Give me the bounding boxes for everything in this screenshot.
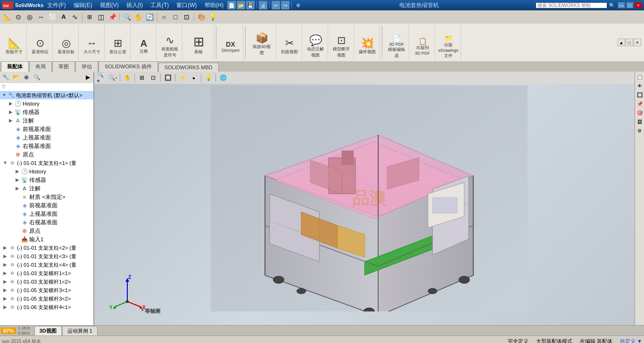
- cmd-size-btn[interactable]: ↔ 大小尺寸: [82, 34, 102, 59]
- root-expander[interactable]: ▼: [1, 91, 8, 99]
- redo-icon[interactable]: ↪: [281, 1, 289, 9]
- cmd-section-btn[interactable]: ✂ 剖面视图: [279, 34, 300, 59]
- tb-zoom[interactable]: 🔍: [122, 12, 132, 22]
- cmd-surface-btn[interactable]: ∿ 表面粗糙度符号: [159, 34, 180, 59]
- viewport[interactable]: 🔍+ 🔍- ✋ ⊞ ⊡ 🔲 ⚡ ● 💡 🌐: [94, 72, 644, 325]
- tab-evaluate[interactable]: 评估: [75, 61, 98, 72]
- tree-item-annot[interactable]: ▶ A 注解: [0, 116, 93, 125]
- open-icon[interactable]: 📂: [237, 1, 245, 9]
- rsb-btn2[interactable]: 👁: [636, 82, 644, 90]
- tb-light[interactable]: 💡: [207, 12, 218, 22]
- cmd-datum-btn[interactable]: ⊙ 基准特征: [30, 34, 50, 59]
- sub-history-expander[interactable]: ▶: [14, 168, 21, 175]
- search-input[interactable]: [536, 3, 607, 8]
- tree-item-sub-input1[interactable]: ▶ 📥 输入1: [0, 235, 93, 244]
- menu-edit[interactable]: 编辑(E): [74, 1, 92, 9]
- options-icon[interactable]: ⚙: [294, 1, 302, 9]
- tree-item-part5[interactable]: ▶ ⊖ (-) 01-03 支架横杆1<1>: [0, 269, 93, 278]
- new-icon[interactable]: 📄: [227, 1, 236, 9]
- expand-toolbar-btn[interactable]: □: [626, 39, 633, 46]
- cmd-explode-btn[interactable]: 💥 爆炸视图: [357, 34, 378, 59]
- part7-expander[interactable]: ▶: [2, 286, 8, 294]
- rsb-btn3[interactable]: 🔲: [636, 90, 644, 99]
- panel-tb-btn3[interactable]: ⊕: [22, 73, 31, 82]
- tb-snap[interactable]: ⊡: [182, 12, 192, 22]
- tb-circle[interactable]: ○: [159, 12, 169, 22]
- part1-expander[interactable]: ▼: [2, 159, 8, 167]
- menu-view[interactable]: 视图(V): [100, 1, 119, 9]
- cmd-note-btn[interactable]: A 注释: [133, 34, 154, 59]
- tree-item-topplane[interactable]: ▶ ◈ 上视基准面: [0, 133, 93, 142]
- part2-expander[interactable]: ▶: [2, 244, 8, 252]
- tree-item-origin[interactable]: ▶ ⊕ 原点: [0, 150, 93, 159]
- tb-color[interactable]: 🎨: [196, 12, 206, 22]
- panel-tb-btn4[interactable]: 🔍: [32, 73, 41, 82]
- cmd-edrawings-btn[interactable]: 📁 出版eDrawings文件: [438, 34, 459, 59]
- history-expander[interactable]: ▶: [8, 100, 14, 107]
- sub-sensor-expander[interactable]: ▶: [14, 176, 21, 184]
- cmd-tolerance-btn[interactable]: ⊞ 形位公差: [107, 34, 128, 59]
- rsb-btn1[interactable]: 📋: [636, 73, 644, 81]
- search-icon[interactable]: 🔍: [608, 3, 616, 8]
- tab-sw-plugins[interactable]: SOLIDWORKS 插件: [99, 61, 158, 72]
- close-toolbar-btn[interactable]: ×: [634, 39, 641, 46]
- tree-item-sub-annot[interactable]: ▶ A 注解: [0, 184, 93, 193]
- tree-item-rightplane[interactable]: ▶ ◈ 右视基准面: [0, 142, 93, 150]
- tab-layout[interactable]: 布局: [29, 61, 52, 72]
- tree-item-part4[interactable]: ▶ ⊖ (-) 01-01 支架支柱<4> (量: [0, 261, 93, 269]
- sub-annot-expander[interactable]: ▶: [14, 185, 21, 192]
- print-icon[interactable]: 🖨: [259, 1, 267, 9]
- tree-item-sensor[interactable]: ▶ 📡 传感器: [0, 108, 93, 116]
- rsb-btn5[interactable]: 🎯: [636, 108, 644, 117]
- tb-sel3[interactable]: 📌: [107, 12, 117, 22]
- undo-icon[interactable]: ↩: [272, 1, 280, 9]
- tree-item-part7[interactable]: ▶ ⊖ (-) 01-05 支架横杆3<1>: [0, 286, 93, 294]
- cmd-smartdim-btn[interactable]: 📐 智能尺寸: [4, 34, 25, 59]
- tree-item-root[interactable]: ▼ 🔧 电池套热缩管机 (默认<默认>: [0, 91, 93, 99]
- collapse-toolbar-btn[interactable]: ▲: [618, 39, 625, 46]
- tab-assembly[interactable]: 装配体: [1, 61, 29, 72]
- panel-tb-expand[interactable]: ▶: [83, 73, 92, 82]
- tree-item-sub-origin[interactable]: ▶ ⊕ 原点: [0, 227, 93, 235]
- maximize-button[interactable]: □: [626, 2, 634, 8]
- tab-sw-mbd[interactable]: SOLIDWORKS MBD: [158, 63, 219, 72]
- cmd-breakview-btn[interactable]: ⊡ 模型断开视图: [331, 34, 352, 59]
- part8-expander[interactable]: ▶: [2, 295, 8, 302]
- tb-grid[interactable]: ⊞: [84, 12, 95, 22]
- panel-tb-btn2[interactable]: 📂: [11, 73, 21, 82]
- menu-window[interactable]: 窗口(W): [176, 1, 197, 9]
- save-icon[interactable]: 💾: [246, 1, 255, 9]
- tree-item-part8[interactable]: ▶ ⊖ (-) 01-05 支架横杆3<2>: [0, 294, 93, 303]
- cmd-datumtarget-btn[interactable]: ◎ 基准目标: [56, 34, 76, 59]
- tree-item-part2[interactable]: ▶ ⊖ (-) 01-01 支架支柱<2> (量: [0, 244, 93, 252]
- cmd-table-btn[interactable]: ⊞ 表格: [186, 30, 211, 60]
- btab-3dview[interactable]: 3D视图: [34, 326, 62, 335]
- menu-help[interactable]: 帮助(H): [205, 1, 224, 9]
- sensor-expander[interactable]: ▶: [8, 108, 14, 116]
- panel-tb-btn1[interactable]: 🔧: [1, 73, 10, 82]
- btab-motion[interactable]: 运动算例 1: [62, 326, 98, 335]
- search-box[interactable]: 🔍: [536, 2, 616, 8]
- rsb-btn7[interactable]: ⚙: [636, 126, 644, 135]
- tb-tolerance[interactable]: ⬜: [47, 12, 58, 22]
- minimize-button[interactable]: —: [618, 2, 625, 8]
- tb-rect[interactable]: □: [170, 12, 181, 22]
- tree-item-sub-history[interactable]: ▶ 🕐 History: [0, 167, 93, 176]
- close-button[interactable]: ×: [635, 2, 642, 8]
- tree-item-sub-material[interactable]: ▶ ≡ 材质 <未指定>: [0, 193, 93, 201]
- tb-pan[interactable]: ✋: [133, 12, 143, 22]
- cmd-dynannot-btn[interactable]: 💬 动态注解视图: [305, 34, 326, 59]
- tree-item-sub-frontplane[interactable]: ▶ ◈ 前视基准面: [0, 201, 93, 210]
- part4-expander[interactable]: ▶: [2, 261, 8, 269]
- tree-item-part9[interactable]: ▶ ⊖ (-) 01-06 支架横杆4<1>: [0, 303, 93, 311]
- tree-item-history[interactable]: ▶ 🕐 History: [0, 99, 93, 108]
- tree-item-part1[interactable]: ▼ ⊖ (-) 01-01 支架支柱<1> (量: [0, 159, 93, 167]
- tree-item-frontplane[interactable]: ▶ ◈ 前视基准面: [0, 125, 93, 133]
- tb-feature1[interactable]: ⊙: [13, 12, 24, 22]
- tb-note[interactable]: A: [58, 12, 69, 22]
- menu-tools[interactable]: 工具(T): [150, 1, 169, 9]
- part5-expander[interactable]: ▶: [2, 270, 8, 277]
- menu-insert[interactable]: 插入(I): [126, 1, 143, 9]
- tree-item-part6[interactable]: ▶ ⊖ (-) 01-03 支架横杆1<2>: [0, 278, 93, 286]
- tb-feature2[interactable]: ◎: [25, 12, 35, 22]
